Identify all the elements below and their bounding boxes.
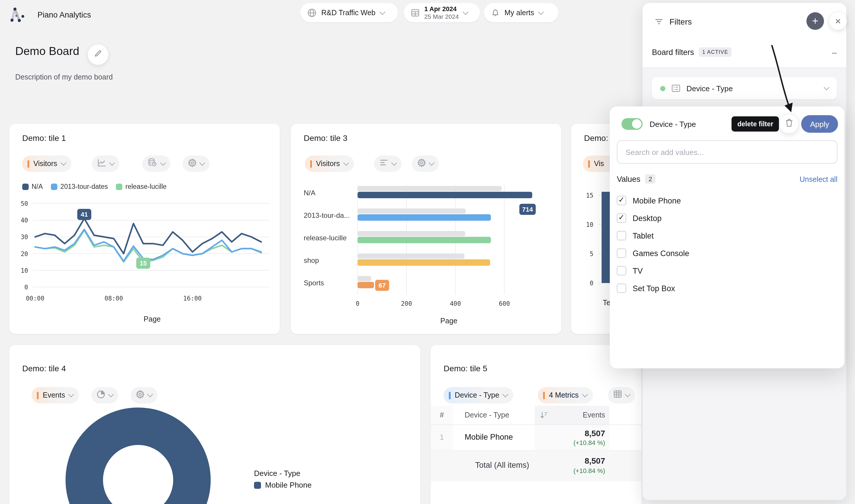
checkbox-unchecked[interactable] <box>617 231 626 240</box>
edit-board-button[interactable] <box>88 44 108 65</box>
value-checkbox-row[interactable]: Set Top Box <box>617 280 837 297</box>
legend-swatch <box>51 183 57 190</box>
total-events-delta: (+10.84 %) <box>574 467 605 474</box>
close-filters-button[interactable]: ✕ <box>829 12 847 30</box>
events-column-header[interactable]: Events <box>583 411 605 419</box>
alerts-menu[interactable]: My alerts <box>484 3 558 22</box>
svg-text:Page: Page <box>440 317 457 325</box>
value-checkbox-row[interactable]: Games Console <box>617 245 837 262</box>
row-events-delta: (+10.84 %) <box>574 439 605 446</box>
svg-text:release-lucille: release-lucille <box>304 234 347 242</box>
tile5-dimension-selector[interactable]: Device - Type <box>443 387 513 403</box>
legend-item[interactable]: release-lucille <box>116 183 167 190</box>
svg-text:08:00: 08:00 <box>104 295 123 302</box>
svg-text:40: 40 <box>21 217 28 224</box>
values-count-badge: 2 <box>645 174 656 184</box>
date-range-values: 1 Apr 2024 25 Mar 2024 <box>424 5 459 20</box>
database-clock-icon <box>147 158 157 169</box>
svg-text:5: 5 <box>590 251 593 257</box>
checkbox-unchecked[interactable] <box>617 249 626 258</box>
svg-text:Sports: Sports <box>304 279 324 287</box>
chevron-down-icon <box>824 85 830 90</box>
site-selector-label: R&D Traffic Web <box>321 8 376 17</box>
tile3-chart-type-button[interactable] <box>374 156 401 172</box>
legend-swatch <box>116 183 123 190</box>
tile5-chart-type-button[interactable] <box>608 387 635 403</box>
tile5-dimension-label: Device - Type <box>455 391 499 399</box>
chevron-down-icon <box>503 392 509 397</box>
dimension-column-header[interactable]: Device - Type <box>465 411 509 419</box>
table-row[interactable]: 1 Mobile Phone 8,507 (+10.84 %) <box>431 425 641 451</box>
tile1-chart-type-button[interactable] <box>92 156 119 172</box>
values-header: Values 2 <box>617 174 656 184</box>
checkbox-checked[interactable] <box>617 213 626 223</box>
filter-row-device-type[interactable]: Device - Type <box>652 77 837 100</box>
tile5-metrics-selector[interactable]: 4 Metrics <box>538 387 593 403</box>
legend-swatch <box>22 183 29 190</box>
tile3-metric-label: Visitors <box>316 160 340 168</box>
tile3-settings-button[interactable] <box>412 156 439 172</box>
tile3-metric-selector[interactable]: Visitors <box>305 156 354 172</box>
filter-lines-icon <box>654 18 664 28</box>
date-compare: 25 Mar 2024 <box>424 13 459 20</box>
delete-filter-button[interactable] <box>780 114 798 133</box>
checkbox-unchecked[interactable] <box>617 266 626 275</box>
board-description: Description of my demo board <box>15 73 113 81</box>
chevron-down-icon <box>463 9 469 15</box>
chevron-down-icon <box>68 392 74 397</box>
tile3-title: Demo: tile 3 <box>304 133 347 143</box>
tile1-metric-selector[interactable]: Visitors <box>22 156 71 172</box>
value-label: Tablet <box>633 231 654 240</box>
list-values-icon <box>671 84 681 92</box>
filters-panel-title: Filters <box>669 17 692 26</box>
tile5-title: Demo: tile 5 <box>443 364 487 373</box>
add-filter-button[interactable]: + <box>806 12 824 30</box>
app-logo <box>8 5 29 28</box>
filter-edit-popover: Device - Type delete filter Apply Values… <box>610 106 844 368</box>
chevron-down-icon <box>379 9 385 15</box>
apply-filter-button[interactable]: Apply <box>801 115 838 133</box>
legend-item[interactable]: 2013-tour-dates <box>51 183 108 190</box>
value-checkbox-row[interactable]: Desktop <box>617 209 837 227</box>
checkbox-checked[interactable] <box>617 196 626 205</box>
svg-text:10: 10 <box>586 221 593 228</box>
board-title: Demo Board <box>15 44 79 58</box>
row-events-value: 8,507 <box>584 429 605 438</box>
value-checkbox-row[interactable]: TV <box>617 262 837 280</box>
chevron-down-icon <box>343 160 349 166</box>
svg-text:20: 20 <box>21 251 28 257</box>
active-filters-badge: 1 ACTIVE <box>699 47 732 57</box>
tile4-legend-item: Mobile Phone <box>254 481 312 489</box>
unselect-all-link[interactable]: Unselect all <box>800 175 837 184</box>
hbar-chart-icon <box>379 159 388 169</box>
tile4-title: Demo: tile 4 <box>22 364 66 373</box>
collapse-section-icon[interactable]: – <box>832 47 837 57</box>
tile-demo-4: Demo: tile 4 Events <box>10 345 420 504</box>
svg-text:16:00: 16:00 <box>183 295 202 302</box>
tile-demo-5: Demo: tile 5 Device - Type 4 Metrics <box>431 345 641 504</box>
sort-descending-icon[interactable] <box>540 411 548 421</box>
chevron-down-icon <box>199 160 205 166</box>
tile1-title: Demo: tile 1 <box>22 133 66 143</box>
tile1-data-source-button[interactable] <box>142 156 170 172</box>
site-selector[interactable]: R&D Traffic Web <box>300 3 398 22</box>
board-filters-section-header: Board filters 1 ACTIVE <box>652 47 732 57</box>
value-checkbox-row[interactable]: Mobile Phone <box>617 192 837 209</box>
bell-icon <box>491 8 500 17</box>
chevron-down-icon <box>60 160 66 166</box>
legend-label: release-lucille <box>125 183 167 190</box>
toggle-knob <box>632 119 641 129</box>
svg-text:200: 200 <box>401 300 412 307</box>
checkbox-unchecked[interactable] <box>617 284 626 293</box>
svg-text:10: 10 <box>21 267 28 274</box>
rank-column-header[interactable]: # <box>431 411 453 419</box>
tile5-metrics-label: 4 Metrics <box>549 391 578 399</box>
value-checkbox-row[interactable]: Tablet <box>617 227 837 245</box>
legend-item[interactable]: N/A <box>22 183 43 190</box>
date-range-picker[interactable]: 1 Apr 2024 25 Mar 2024 <box>404 3 480 22</box>
search-values-input[interactable] <box>617 140 837 164</box>
tile1-settings-button[interactable] <box>182 156 210 172</box>
filter-enabled-toggle[interactable] <box>622 118 643 130</box>
svg-text:Page: Page <box>144 315 161 323</box>
value-label: TV <box>633 266 643 275</box>
